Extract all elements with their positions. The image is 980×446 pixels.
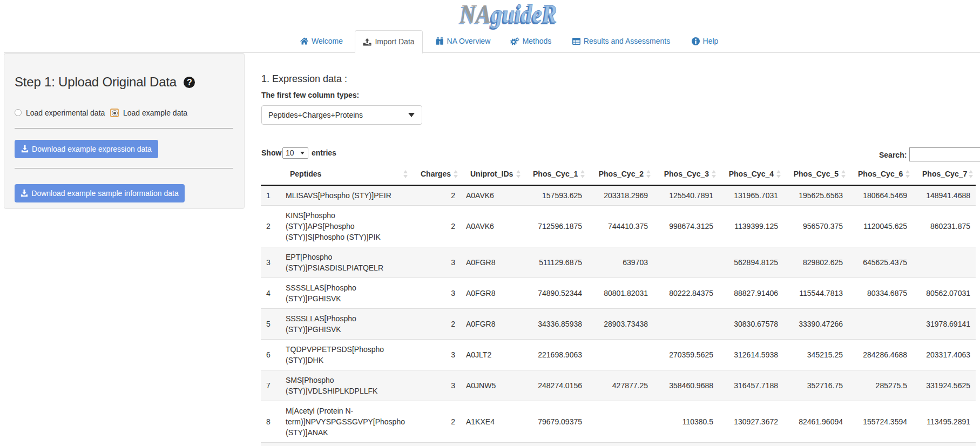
svg-text:?: ? [187, 78, 192, 87]
